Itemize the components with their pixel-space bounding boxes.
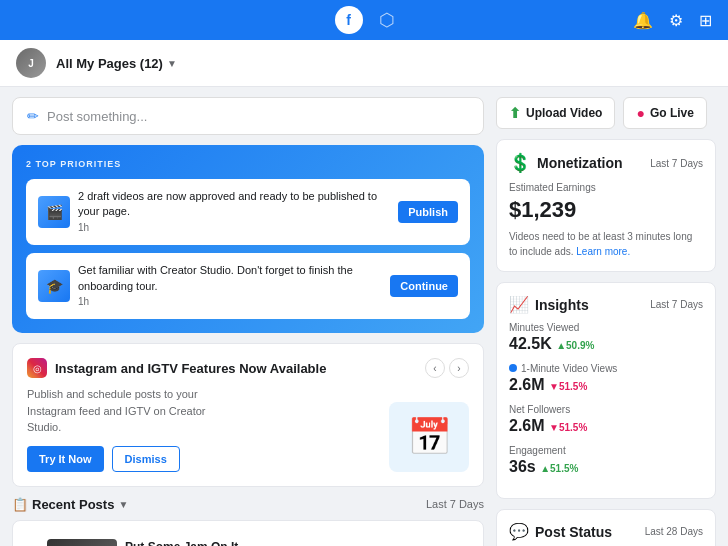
sub-header: J All My Pages (12) ▼ xyxy=(0,40,728,87)
live-icon: ● xyxy=(636,105,644,121)
feature-content: Publish and schedule posts to your Insta… xyxy=(27,386,227,472)
metric-video-views: 1-Minute Video Views 2.6M ▼51.5% xyxy=(509,363,703,394)
grid-icon[interactable]: ⊞ xyxy=(699,11,712,30)
facebook-icon[interactable]: f xyxy=(335,6,363,34)
monetization-note: Videos need to be at least 3 minutes lon… xyxy=(509,229,703,259)
monetize-icon: 💲 xyxy=(509,152,531,174)
monetization-card: 💲 Monetization Last 7 Days Estimated Ear… xyxy=(496,139,716,272)
post-status-title: 💬 Post Status xyxy=(509,522,612,541)
metric-engagement: Engagement 36s ▲51.5% xyxy=(509,445,703,476)
insights-period: Last 7 Days xyxy=(650,299,703,310)
post-status-icon: 💬 xyxy=(509,522,529,541)
continue-button[interactable]: Continue xyxy=(390,275,458,297)
bell-icon[interactable]: 🔔 xyxy=(633,11,653,30)
feature-actions: Try It Now Dismiss xyxy=(27,446,227,472)
posts-card: ▶ 🍓 6:28 Put Some Jam On It July 9, 2019… xyxy=(12,520,484,546)
nav-icons: f ⬡ xyxy=(335,6,395,34)
feature-header: ◎ Instagram and IGTV Features Now Availa… xyxy=(27,358,469,378)
main-layout: ✏ Post something... 2 TOP PRIORITIES 🎬 2… xyxy=(0,87,728,546)
insights-title: 📈 Insights xyxy=(509,295,589,314)
feature-card: ◎ Instagram and IGTV Features Now Availa… xyxy=(12,343,484,487)
post-status-header: 💬 Post Status Last 28 Days xyxy=(509,522,703,541)
top-nav: f ⬡ 🔔 ⚙ ⊞ xyxy=(0,0,728,40)
next-button[interactable]: › xyxy=(449,358,469,378)
instagram-feature-icon: ◎ xyxy=(27,358,47,378)
top-nav-right: 🔔 ⚙ ⊞ xyxy=(633,11,712,30)
settings-icon[interactable]: ⚙ xyxy=(669,11,683,30)
priorities-label: 2 TOP PRIORITIES xyxy=(26,159,470,169)
priority-item-2: 🎓 Get familiar with Creator Studio. Don'… xyxy=(26,253,470,319)
insights-icon: 📈 xyxy=(509,295,529,314)
post-placeholder: Post something... xyxy=(47,109,469,124)
recent-posts-icon: 📋 xyxy=(12,497,28,512)
left-column: ✏ Post something... 2 TOP PRIORITIES 🎬 2… xyxy=(12,97,484,546)
chevron-down-icon: ▼ xyxy=(167,58,177,69)
post-title-1: Put Some Jam On It xyxy=(125,540,348,546)
learn-more-link[interactable]: Learn more. xyxy=(576,246,630,257)
page-selector[interactable]: All My Pages (12) ▼ xyxy=(56,56,177,71)
action-buttons: ⬆ Upload Video ● Go Live xyxy=(496,97,716,129)
edit-icon: ✏ xyxy=(27,108,39,124)
feature-title: Instagram and IGTV Features Now Availabl… xyxy=(55,361,417,376)
calendar-graphic: 📅 xyxy=(389,402,469,472)
priority-thumb-1: 🎬 xyxy=(38,196,70,228)
post-thumb-1: 🍓 6:28 xyxy=(47,539,117,546)
priorities-card: 2 TOP PRIORITIES 🎬 2 draft videos are no… xyxy=(12,145,484,333)
earnings-value: $1,239 xyxy=(509,197,703,223)
post-box[interactable]: ✏ Post something... xyxy=(12,97,484,135)
try-it-now-button[interactable]: Try It Now xyxy=(27,446,104,472)
monetization-header: 💲 Monetization Last 7 Days xyxy=(509,152,703,174)
metric-minutes-viewed: Minutes Viewed 42.5K ▲50.9% xyxy=(509,322,703,353)
recent-posts-chevron[interactable]: ▼ xyxy=(118,499,128,510)
right-column: ⬆ Upload Video ● Go Live 💲 Monetization … xyxy=(496,97,716,546)
go-live-button[interactable]: ● Go Live xyxy=(623,97,706,129)
upload-video-button[interactable]: ⬆ Upload Video xyxy=(496,97,615,129)
recent-posts-header: 📋 Recent Posts ▼ Last 7 Days xyxy=(12,497,484,512)
upload-icon: ⬆ xyxy=(509,105,521,121)
dismiss-button[interactable]: Dismiss xyxy=(112,446,180,472)
monetization-period: Last 7 Days xyxy=(650,158,703,169)
monetization-title: 💲 Monetization xyxy=(509,152,623,174)
priority-thumb-2: 🎓 xyxy=(38,270,70,302)
priority-item-1: 🎬 2 draft videos are now approved and re… xyxy=(26,179,470,245)
insights-header: 📈 Insights Last 7 Days xyxy=(509,295,703,314)
feature-nav: ‹ › xyxy=(425,358,469,378)
feature-description: Publish and schedule posts to your Insta… xyxy=(27,386,227,436)
metric-net-followers: Net Followers 2.6M ▼51.5% xyxy=(509,404,703,435)
priority-text-1: 2 draft videos are now approved and read… xyxy=(78,189,390,235)
post-status-card: 💬 Post Status Last 28 Days 📅 22 schedule… xyxy=(496,509,716,546)
prev-button[interactable]: ‹ xyxy=(425,358,445,378)
recent-posts-period: Last 7 Days xyxy=(426,498,484,510)
insights-card: 📈 Insights Last 7 Days Minutes Viewed 42… xyxy=(496,282,716,499)
priority-text-2: Get familiar with Creator Studio. Don't … xyxy=(78,263,382,309)
section-title: 📋 Recent Posts ▼ xyxy=(12,497,128,512)
table-row: ▶ 🍓 6:28 Put Some Jam On It July 9, 2019… xyxy=(23,531,473,546)
feature-body: Publish and schedule posts to your Insta… xyxy=(27,386,469,472)
avatar: J xyxy=(16,48,46,78)
dot-blue-icon xyxy=(509,364,517,372)
post-status-period: Last 28 Days xyxy=(645,526,703,537)
publish-button[interactable]: Publish xyxy=(398,201,458,223)
recent-posts-section: 📋 Recent Posts ▼ Last 7 Days ▶ 🍓 6:28 Pu… xyxy=(12,497,484,546)
earnings-label: Estimated Earnings xyxy=(509,182,703,193)
instagram-icon[interactable]: ⬡ xyxy=(379,9,395,31)
post-info-1: Put Some Jam On It July 9, 2019 1:00 PM … xyxy=(125,540,348,546)
